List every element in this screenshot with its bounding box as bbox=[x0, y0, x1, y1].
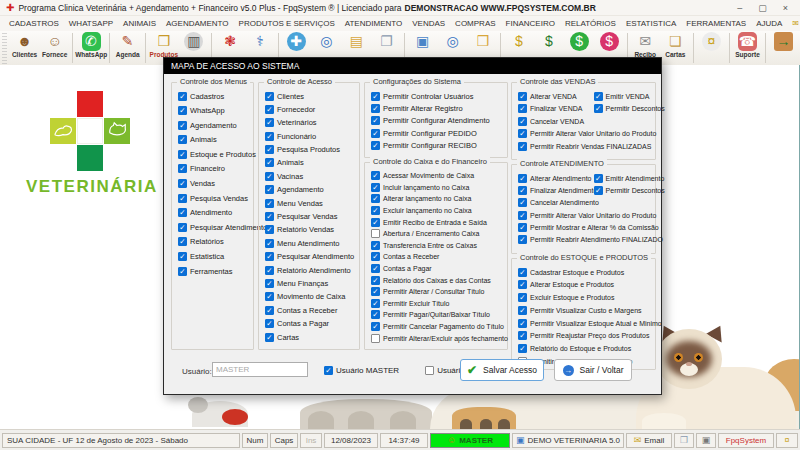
sair-button[interactable]: → bbox=[769, 32, 798, 58]
cartas-button[interactable]: ❏Cartas bbox=[661, 32, 690, 58]
contas-receber-button[interactable]: $ bbox=[565, 32, 594, 58]
checkbox-permitir-reabrir-vendas-finalizadas[interactable]: ✓Permitir Reabrir Vendas FINALIZADAS bbox=[518, 141, 653, 151]
menu-relat-rios[interactable]: RELATÓRIOS bbox=[560, 18, 621, 29]
checkbox-finalizar-atendimento[interactable]: ✓Finalizar Atendimento bbox=[518, 185, 594, 195]
fornecedor-button[interactable]: ☺Fornece bbox=[40, 32, 69, 58]
checkbox-cartas[interactable]: ✓Cartas bbox=[265, 332, 357, 342]
menu-cadastros[interactable]: CADASTROS bbox=[4, 18, 64, 29]
arquivo-button[interactable]: ▤ bbox=[342, 32, 371, 58]
checkbox-pesquisar-atendimento[interactable]: ✓Pesquisar Atendimento bbox=[178, 222, 251, 232]
checkbox-excluir-lan-amento-no-caixa[interactable]: ✓Excluir lançamento no Caixa bbox=[371, 206, 505, 216]
checkbox-incluir-lan-amento-no-caixa[interactable]: ✓Incluir lançamento no Caixa bbox=[371, 183, 505, 193]
pesquisa-vendas-button[interactable]: ◎ bbox=[438, 32, 467, 58]
checkbox-finalizar-venda[interactable]: ✓Finalizar VENDA bbox=[518, 104, 594, 114]
compras-button[interactable]: ❒ bbox=[468, 32, 497, 58]
usuario-input[interactable] bbox=[212, 362, 308, 377]
checkbox-financeiro[interactable]: ✓Financeiro bbox=[178, 164, 251, 174]
checkbox-permitir-reabrir-atendimento-finalizado[interactable]: ✓Permitir Reabrir Atendimento FINALIZADO bbox=[518, 235, 653, 245]
checkbox-permitir-alterar-valor-unitario-do-produto[interactable]: ✓Permitir Alterar Valor Unitario do Prod… bbox=[518, 129, 653, 139]
checkbox-usu-rio-master[interactable]: ✓Usuário MASTER bbox=[324, 365, 399, 375]
checkbox-permitir-descontos[interactable]: ✓Permitir Descontos bbox=[594, 185, 653, 195]
salvar-acesso-button[interactable]: ✔ Salvar Acesso bbox=[460, 359, 544, 381]
animais-button[interactable]: ❃ bbox=[215, 32, 244, 58]
suporte-button[interactable]: ☎Suporte bbox=[733, 32, 762, 58]
menu-estatistica[interactable]: ESTATISTICA bbox=[621, 18, 681, 29]
clientes-button[interactable]: ☻Clientes bbox=[10, 32, 39, 58]
produtos-button[interactable]: ❒Produtos bbox=[149, 32, 178, 58]
checkbox-atendimento[interactable]: ✓Atendimento bbox=[178, 208, 251, 218]
menu-financeiro[interactable]: FINANCEIRO bbox=[501, 18, 560, 29]
checkbox-permitir-mostrar-e-alterar-da-comiss-o[interactable]: ✓Permitir Mostrar e Alterar % da Comissã… bbox=[518, 223, 653, 233]
recibo-button[interactable]: ✉Recibo bbox=[631, 32, 660, 58]
checkbox-relat-rio-vendas[interactable]: ✓Relatório Vendas bbox=[265, 225, 357, 235]
codigo-barras-button[interactable]: ▥ bbox=[179, 32, 208, 58]
checkbox-cadastros[interactable]: ✓Cadastros bbox=[178, 91, 251, 101]
menu-produtos-e-servi-os[interactable]: PRODUTOS E SERVIÇOS bbox=[234, 18, 340, 29]
menu-ferramentas[interactable]: FERRAMENTAS bbox=[681, 18, 751, 29]
checkbox-emitir-recibo-de-entrada-e-sa-da[interactable]: ✓Emitir Recibo de Entrada e Saída bbox=[371, 217, 505, 227]
checkbox-vendas[interactable]: ✓Vendas bbox=[178, 179, 251, 189]
checkbox-pesquisa-produtos[interactable]: ✓Pesquisa Produtos bbox=[265, 145, 357, 155]
checkbox-pesquisa-vendas[interactable]: ✓Pesquisa Vendas bbox=[178, 193, 251, 203]
checkbox-agendamento[interactable]: ✓Agendamento bbox=[178, 120, 251, 130]
checkbox-permitir-alterar-valor-unitario-do-produto[interactable]: ✓Permitir Alterar Valor Unitario do Prod… bbox=[518, 210, 653, 220]
checkbox-clientes[interactable]: ✓Clientes bbox=[265, 91, 357, 101]
checkbox-estoque-e-produtos[interactable]: ✓Estoque e Produtos bbox=[178, 149, 251, 159]
vendas-button[interactable]: ▣ bbox=[408, 32, 437, 58]
checkbox-animais[interactable]: ✓Animais bbox=[178, 135, 251, 145]
checkbox-acessar-movimento-de-caixa[interactable]: ✓Acessar Movimento de Caixa bbox=[371, 171, 505, 181]
menu-agendamento[interactable]: AGENDAMENTO bbox=[161, 18, 234, 29]
checkbox-fornecedor[interactable]: ✓Fornecedor bbox=[265, 104, 357, 114]
checkbox-permitir-configurar-pedido[interactable]: ✓Permitir Configurar PEDIDO bbox=[371, 128, 505, 138]
checkbox-alterar-venda[interactable]: ✓Alterar VENDA bbox=[518, 91, 594, 101]
checkbox-excluir-estoque-e-produtos[interactable]: ✓Excluir Estoque e Produtos bbox=[518, 293, 653, 303]
financeiro-button[interactable]: $ bbox=[504, 32, 533, 58]
checkbox-relat-rio-dos-caixas-e-das-contas[interactable]: ✓Relatório dos Caixas e das Contas bbox=[371, 275, 505, 285]
checkbox-pesquisar-vendas[interactable]: ✓Pesquisar Vendas bbox=[265, 212, 357, 222]
checkbox-estatistica[interactable]: ✓Estatistica bbox=[178, 252, 251, 262]
checkbox-menu-finan-as[interactable]: ✓Menu Finanças bbox=[265, 278, 357, 288]
checkbox-permitir-alterar-excluir-ap-s-fechamento[interactable]: Permitir Alterar/Excluir após fechamento bbox=[371, 333, 505, 343]
dialog-titlebar[interactable]: MAPA DE ACESSO AO SISTEMA bbox=[164, 58, 661, 74]
checkbox-permitir-visualizar-custo-e-margens[interactable]: ✓Permitir Visualizar Custo e Margens bbox=[518, 305, 653, 315]
pesquisar-atendimento-button[interactable]: ◎ bbox=[312, 32, 341, 58]
checkbox-contas-a-pagar[interactable]: ✓Contas a Pagar bbox=[265, 319, 357, 329]
checkbox-permitir-descontos[interactable]: ✓Permitir Descontos bbox=[594, 104, 653, 114]
checkbox-permitir-alterar-registro[interactable]: ✓Permitir Alterar Registro bbox=[371, 103, 505, 113]
whatsapp-button[interactable]: ✆WhatsApp bbox=[76, 32, 106, 58]
checkbox-emitir-venda[interactable]: ✓Emitir VENDA bbox=[594, 91, 653, 101]
checkbox-permitir-configurar-recibo[interactable]: ✓Permitir Configurar RECIBO bbox=[371, 141, 505, 151]
checkbox-animais[interactable]: ✓Animais bbox=[265, 158, 357, 168]
menu-ajuda[interactable]: AJUDA bbox=[751, 18, 787, 29]
checkbox-abertura-encerramento-caixa[interactable]: Abertura / Encerramento Caixa bbox=[371, 229, 505, 239]
checkbox-alterar-lan-amento-no-caixa[interactable]: ✓Alterar lançamento no Caixa bbox=[371, 194, 505, 204]
menu-vendas[interactable]: VENDAS bbox=[407, 18, 450, 29]
checkbox-permitir-pagar-quitar-baixar-t-tulo[interactable]: ✓Permitir Pagar/Quitar/Baixar Título bbox=[371, 310, 505, 320]
checkbox-contas-a-pagar[interactable]: ✓Contas a Pagar bbox=[371, 264, 505, 274]
checkbox-menu-atendimento[interactable]: ✓Menu Atendimento bbox=[265, 238, 357, 248]
checkbox-permitir-alterar-consultar-t-tulo[interactable]: ✓Permitir Alterar / Consultar Título bbox=[371, 287, 505, 297]
checkbox-transferencia-entre-os-caixas[interactable]: ✓Transferencia Entre os Caixas bbox=[371, 241, 505, 251]
checkbox-cadastrar-estoque-e-produtos[interactable]: ✓Cadastrar Estoque e Produtos bbox=[518, 267, 653, 277]
checkbox-emitir-atendimento[interactable]: ✓Emitir Atendimento bbox=[594, 173, 653, 183]
checkbox-movimento-de-caixa[interactable]: ✓Movimento de Caixa bbox=[265, 292, 357, 302]
checkbox-contas-a-receber[interactable]: ✓Contas a Receber bbox=[371, 252, 505, 262]
checkbox-alterar-atendimento[interactable]: ✓Alterar Atendimento bbox=[518, 173, 594, 183]
checkbox-ferramentas[interactable]: ✓Ferramentas bbox=[178, 266, 251, 276]
menu-whatsapp[interactable]: WHATSAPP bbox=[64, 18, 118, 29]
checkbox-contas-a-receber[interactable]: ✓Contas a Receber bbox=[265, 305, 357, 315]
minimize-button[interactable]: – bbox=[737, 3, 742, 13]
moeda-button[interactable]: ¤ bbox=[697, 32, 726, 58]
checkbox-permitir-excluir-t-tulo[interactable]: ✓Permitir Excluir Título bbox=[371, 299, 505, 309]
checkbox-relat-rio-do-estoque-e-produtos[interactable]: ✓Relatório do Estoque e Produtos bbox=[518, 344, 653, 354]
contas-pagar-button[interactable]: $ bbox=[595, 32, 624, 58]
menu-compras[interactable]: COMPRAS bbox=[450, 18, 500, 29]
menu-atendimento[interactable]: ATENDIMENTO bbox=[340, 18, 407, 29]
checkbox-veterin-rios[interactable]: ✓Veterinários bbox=[265, 118, 357, 128]
checkbox-permitir-reajustar-pre-o-dos-produtos[interactable]: ✓Permitir Reajustar Preço dos Produtos bbox=[518, 331, 653, 341]
atendimento-button[interactable]: ✚ bbox=[282, 32, 311, 58]
checkbox-menu-vendas[interactable]: ✓Menu Vendas bbox=[265, 198, 357, 208]
checkbox-agendamento[interactable]: ✓Agendamento bbox=[265, 185, 357, 195]
menu-e-mail[interactable]: ✉E-MAIL bbox=[787, 18, 800, 29]
checkbox-whatsapp[interactable]: ✓WhatsApp bbox=[178, 106, 251, 116]
